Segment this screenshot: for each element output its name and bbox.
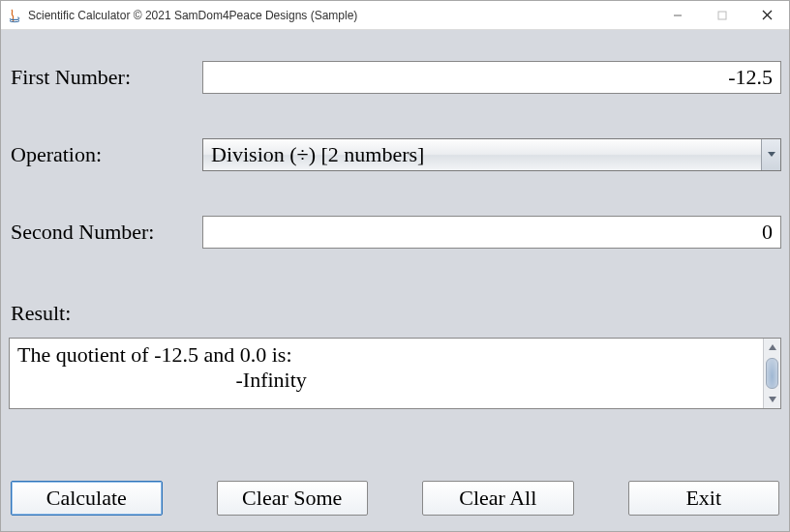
result-scrollbar[interactable] [763,339,780,408]
operation-label: Operation: [9,142,202,167]
first-number-label: First Number: [9,65,202,90]
svg-point-0 [10,19,19,21]
calculate-button[interactable]: Calculate [11,481,163,516]
java-app-icon [7,8,22,23]
button-row: Calculate Clear Some Clear All Exit [9,481,781,517]
result-output: The quotient of -12.5 and 0.0 is: -Infin… [9,338,781,409]
minimize-button[interactable] [655,1,700,29]
window-controls [655,1,789,29]
scroll-thumb[interactable] [766,358,778,389]
exit-button[interactable]: Exit [628,481,780,516]
content-panel: First Number: Operation: Division (÷) [2… [1,30,789,531]
close-button[interactable] [744,1,789,29]
result-label-row: Result: [9,301,781,326]
result-label: Result: [9,301,781,326]
operation-row: Operation: Division (÷) [2 numbers] [9,138,781,171]
operation-selected-value: Division (÷) [2 numbers] [211,142,424,167]
scroll-down-icon [764,391,780,408]
clear-some-button[interactable]: Clear Some [217,481,369,516]
scroll-up-icon [764,339,780,356]
second-number-label: Second Number: [9,220,202,245]
chevron-down-icon [761,139,780,170]
result-text: The quotient of -12.5 and 0.0 is: -Infin… [10,339,763,408]
titlebar: Scientific Calculator © 2021 SamDom4Peac… [1,1,789,30]
first-number-row: First Number: [9,61,781,94]
operation-combobox[interactable]: Division (÷) [2 numbers] [202,138,781,171]
second-number-row: Second Number: [9,216,781,249]
svg-marker-6 [769,344,776,350]
svg-rect-2 [718,12,726,19]
maximize-button[interactable] [700,1,744,29]
svg-marker-5 [768,152,775,157]
svg-marker-7 [769,397,776,402]
second-number-input[interactable] [202,216,781,249]
app-window: Scientific Calculator © 2021 SamDom4Peac… [0,0,790,532]
clear-all-button[interactable]: Clear All [422,481,574,516]
window-title: Scientific Calculator © 2021 SamDom4Peac… [28,9,655,22]
first-number-input[interactable] [202,61,781,94]
